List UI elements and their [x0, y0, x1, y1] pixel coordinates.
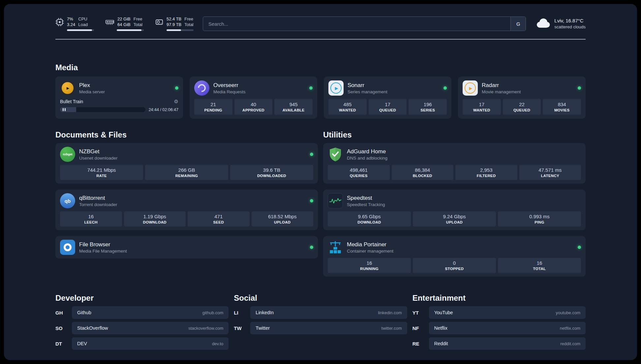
service-name-portainer: Media Portainer — [347, 241, 574, 248]
bookmark-stackoverflow: SO StackOverflow stackoverflow.com — [55, 322, 229, 334]
service-subtitle-adguard: DNS and adblocking — [347, 156, 581, 161]
memory-usage-bar — [117, 29, 144, 31]
service-card-plex[interactable]: ▶ Plex Media server Bullet Train ⚙ — [55, 76, 183, 119]
memory-label-bottom: Total — [134, 22, 142, 28]
gear-icon[interactable]: ⚙ — [174, 99, 178, 105]
service-subtitle-filebrowser: Media File Management — [79, 249, 306, 254]
service-card-nzbget[interactable]: nzbget NZBGet Usenet downloader 744.21 M… — [55, 143, 318, 184]
status-dot-plex — [175, 86, 178, 90]
bookmark-link-github[interactable]: Github github.com — [72, 306, 229, 319]
status-dot-radarr — [578, 86, 581, 90]
bookmark-link-twitter[interactable]: Twitter twitter.com — [250, 322, 407, 334]
stat-filtered: 2,953 FILTERED — [455, 165, 517, 180]
status-dot-nzbget — [310, 153, 313, 156]
status-dot-overseerr — [309, 86, 313, 90]
cpu-label-top: CPU — [78, 16, 88, 22]
cpu-label-bottom: Load — [78, 22, 88, 28]
service-card-speedtest[interactable]: Speedtest Speedtest Tracking 9.65 Gbps D… — [323, 190, 586, 230]
service-subtitle-speedtest: Speedtest Tracking — [347, 202, 581, 207]
service-card-adguard[interactable]: AdGuard Home DNS and adblocking 498,461 … — [323, 143, 586, 184]
service-subtitle-radarr: Movie management — [482, 89, 574, 94]
service-subtitle-qbittorrent: Torrent downloader — [79, 202, 306, 207]
memory-free-value: 22 GiB — [117, 16, 131, 22]
overseerr-icon — [194, 80, 209, 96]
stat-queued: 22 QUEUED — [503, 99, 541, 115]
bookmark-netflix: NF Netflix netflix.com — [412, 322, 586, 334]
stat-stopped: 0 STOPPED — [413, 258, 496, 273]
adguard-icon — [328, 147, 343, 162]
disk-label-top: Free — [184, 16, 193, 22]
stat-wanted: 17 WANTED — [463, 99, 501, 115]
stat-pending: 21 PENDING — [194, 99, 232, 115]
disk-icon — [155, 18, 164, 26]
bookmark-linkedin: LI LinkedIn linkedin.com — [234, 306, 407, 319]
stat-blocked: 86,384 BLOCKED — [392, 165, 454, 180]
bookmark-group-social: Social LI LinkedIn linkedin.com TW Twitt… — [234, 293, 407, 334]
search-provider-button[interactable]: G — [510, 17, 526, 31]
search-input[interactable] — [203, 17, 510, 31]
bookmark-group-entertainment: Entertainment YT YouTube youtube.com NF … — [412, 293, 586, 350]
memory-icon — [105, 18, 114, 26]
service-card-overseerr[interactable]: Overseerr Media Requests 21 PENDING 40 A… — [190, 76, 317, 119]
stat-download: 1.19 Gbps DOWNLOAD — [124, 211, 186, 227]
stat-queries: 498,461 QUERIES — [328, 165, 390, 180]
weather-widget: Lviv, 16.87°C scattered clouds — [535, 17, 586, 30]
bookmark-link-dev[interactable]: DEV dev.to — [72, 337, 229, 350]
memory-label-top: Free — [134, 16, 142, 22]
section-utilities: Utilities AdGuard Home — [323, 130, 586, 277]
bookmark-link-linkedin[interactable]: LinkedIn linkedin.com — [250, 306, 407, 319]
documents-section-title: Documents & Files — [55, 130, 318, 140]
service-subtitle-portainer: Container management — [347, 249, 574, 254]
nzbget-icon: nzbget — [60, 147, 75, 162]
pause-icon[interactable] — [63, 108, 66, 111]
service-card-sonarr[interactable]: ▶ Sonarr Series management 485 WANTED 17… — [324, 76, 451, 119]
weather-location-temp: Lviv, 16.87°C — [554, 17, 586, 24]
service-subtitle-sonarr: Series management — [348, 89, 440, 94]
service-name-sonarr: Sonarr — [348, 82, 440, 89]
stat-ping: 0.993 ms PING — [498, 211, 581, 227]
service-name-qbittorrent: qBittorrent — [79, 195, 306, 201]
disk-widget: 52.4 TB 97.9 TB Free Total — [155, 16, 194, 31]
cpu-load-value: 3.24 — [67, 22, 75, 28]
stat-leech: 16 LEECH — [60, 211, 122, 227]
bookmark-link-reddit[interactable]: Reddit reddit.com — [429, 337, 586, 350]
stat-total: 16 TOTAL — [498, 258, 581, 273]
service-name-plex: Plex — [79, 82, 171, 89]
portainer-icon — [328, 240, 343, 255]
service-card-portainer[interactable]: Media Portainer Container management 16 … — [323, 236, 586, 277]
stat-series: 196 SERIES — [409, 99, 447, 115]
stat-latency: 47.571 ms LATENCY — [519, 165, 581, 180]
qbittorrent-icon: qb — [60, 193, 75, 208]
social-group-title: Social — [234, 293, 407, 303]
status-dot-sonarr — [443, 86, 447, 90]
bookmark-link-netflix[interactable]: Netflix netflix.com — [429, 322, 586, 334]
cpu-widget: 7% 3.24 CPU Load — [55, 16, 94, 31]
stat-approved: 40 APPROVED — [234, 99, 273, 115]
bookmark-github: GH Github github.com — [55, 306, 229, 319]
speedtest-icon — [328, 193, 343, 208]
service-card-filebrowser[interactable]: File Browser Media File Management — [55, 236, 318, 258]
status-dot-portainer — [578, 246, 581, 249]
service-name-nzbget: NZBGet — [79, 148, 306, 155]
entertainment-group-title: Entertainment — [412, 293, 586, 303]
bookmark-group-developer: Developer GH Github github.com SO StackO… — [55, 293, 229, 350]
bookmark-link-youtube[interactable]: YouTube youtube.com — [429, 306, 586, 319]
topbar-divider — [55, 39, 586, 40]
service-name-radarr: Radarr — [482, 82, 574, 89]
cpu-usage-bar — [67, 29, 94, 31]
stat-upload: 9.24 Gbps UPLOAD — [413, 211, 496, 227]
service-card-qbittorrent[interactable]: qb qBittorrent Torrent downloader 16 LEE… — [55, 190, 318, 230]
service-card-radarr[interactable]: ▶ Radarr Movie management 17 WANTED 22 Q… — [458, 76, 586, 119]
dashboard-panel: 7% 3.24 CPU Load — [4, 4, 637, 360]
status-dot-filebrowser — [310, 246, 313, 249]
utilities-section-title: Utilities — [323, 130, 586, 140]
section-documents: Documents & Files nzbget NZBGet Usenet d… — [55, 130, 318, 258]
cpu-icon — [55, 18, 64, 26]
bookmark-link-stackoverflow[interactable]: StackOverflow stackoverflow.com — [72, 322, 229, 334]
now-playing-title: Bullet Train — [60, 99, 171, 104]
disk-label-bottom: Total — [184, 22, 193, 28]
cpu-usage-value: 7% — [67, 16, 75, 22]
stat-seed: 471 SEED — [188, 211, 250, 227]
playback-progress-bar[interactable] — [60, 107, 145, 112]
stat-upload: 618.52 Mbps UPLOAD — [252, 211, 314, 227]
